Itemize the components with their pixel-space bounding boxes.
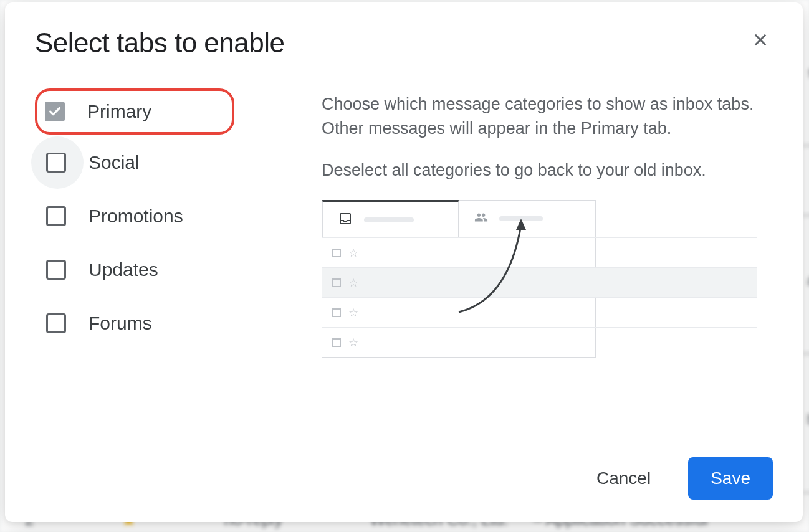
description-column: Choose which message categories to show … xyxy=(322,88,773,445)
option-label-updates: Updates xyxy=(89,259,158,280)
dialog-footer: Cancel Save xyxy=(35,457,773,500)
cancel-button[interactable]: Cancel xyxy=(574,457,673,500)
save-button[interactable]: Save xyxy=(688,457,773,500)
checkbox-primary xyxy=(45,102,65,121)
description-text-2: Deselect all categories to go back to yo… xyxy=(322,158,773,183)
people-icon xyxy=(474,211,488,227)
options-column: Primary Social Promotions Updates Forums xyxy=(35,88,272,445)
checkbox-social[interactable] xyxy=(46,153,66,173)
preview-rows: ☆ ☆ ☆ ☆ xyxy=(322,237,757,357)
option-label-promotions: Promotions xyxy=(89,206,183,227)
preview-tab-primary xyxy=(322,200,459,237)
close-button[interactable] xyxy=(748,27,773,54)
option-forums[interactable]: Forums xyxy=(35,300,272,346)
dialog-header: Select tabs to enable xyxy=(35,27,773,59)
check-icon xyxy=(48,105,62,118)
checkbox-forums[interactable] xyxy=(46,313,66,333)
option-label-social: Social xyxy=(89,152,140,173)
option-label-forums: Forums xyxy=(89,313,152,334)
dialog-body: Primary Social Promotions Updates Forums xyxy=(35,88,773,445)
dialog-title: Select tabs to enable xyxy=(35,27,284,59)
select-tabs-dialog: Select tabs to enable Primary Social xyxy=(5,2,803,522)
description-text-1: Choose which message categories to show … xyxy=(322,92,773,141)
checkbox-promotions[interactable] xyxy=(46,206,66,226)
option-updates[interactable]: Updates xyxy=(35,247,272,293)
option-label-primary: Primary xyxy=(87,101,151,122)
checkbox-updates[interactable] xyxy=(46,260,66,280)
preview-tabs xyxy=(322,200,595,237)
preview-tab-social xyxy=(459,200,595,237)
option-promotions[interactable]: Promotions xyxy=(35,193,272,239)
option-social[interactable]: Social xyxy=(35,140,272,186)
preview-container: ☆ ☆ ☆ ☆ xyxy=(322,200,758,358)
preview-illustration: ☆ ☆ ☆ ☆ xyxy=(322,200,596,358)
option-primary[interactable]: Primary xyxy=(35,88,234,135)
inbox-icon xyxy=(338,211,353,229)
close-icon xyxy=(752,31,769,49)
